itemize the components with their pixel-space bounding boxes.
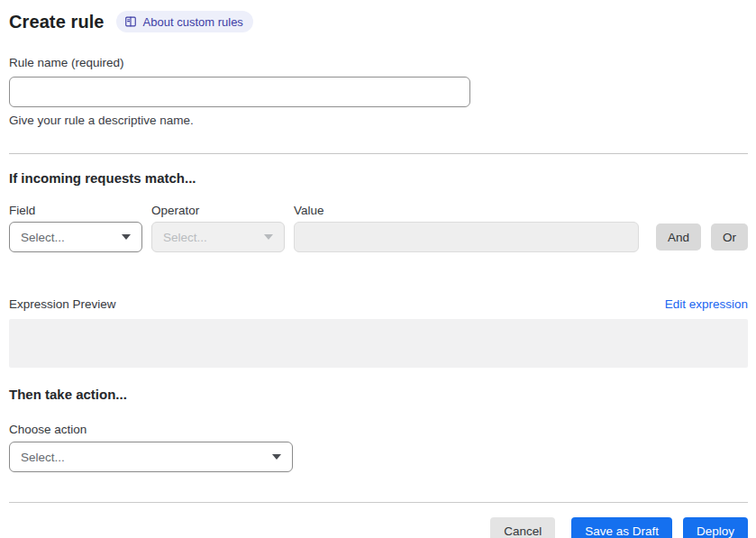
value-input (294, 222, 639, 252)
create-rule-form: Create rule About custom rules Rule name… (0, 0, 756, 538)
caret-down-icon (264, 234, 273, 240)
caret-down-icon (122, 234, 131, 240)
and-button[interactable]: And (656, 223, 701, 251)
header: Create rule About custom rules (9, 11, 748, 32)
caret-down-icon (272, 454, 281, 460)
expression-preview-row: Expression Preview Edit expression (9, 297, 748, 311)
field-select[interactable]: Select... (9, 222, 142, 252)
operator-select: Select... (151, 222, 285, 252)
action-section-heading: Then take action... (9, 387, 748, 402)
expression-preview-label: Expression Preview (9, 297, 116, 311)
expression-preview-box (9, 319, 748, 368)
edit-expression-link[interactable]: Edit expression (665, 297, 748, 311)
choose-action-select[interactable]: Select... (9, 442, 293, 472)
about-custom-rules-badge[interactable]: About custom rules (116, 11, 253, 32)
deploy-button[interactable]: Deploy (683, 517, 748, 538)
footer-divider (9, 502, 748, 503)
rule-name-label: Rule name (required) (9, 56, 124, 69)
section-divider (9, 153, 748, 154)
field-select-value: Select... (21, 231, 65, 244)
match-column-labels: Field Operator Value (9, 204, 748, 217)
match-section-heading: If incoming requests match... (9, 170, 748, 186)
save-as-draft-button[interactable]: Save as Draft (571, 517, 672, 538)
or-button[interactable]: Or (711, 223, 748, 251)
rule-name-input[interactable] (9, 77, 470, 107)
value-label: Value (294, 204, 324, 217)
field-label: Field (9, 204, 151, 217)
rule-name-helper: Give your rule a descriptive name. (9, 114, 748, 127)
match-controls-row: Select... Select... And Or (9, 222, 748, 252)
operator-select-value: Select... (163, 231, 207, 244)
about-badge-label: About custom rules (143, 16, 243, 28)
choose-action-label: Choose action (9, 423, 748, 436)
book-icon (124, 15, 137, 28)
cancel-button[interactable]: Cancel (490, 517, 555, 538)
page-title: Create rule (9, 12, 105, 32)
rule-name-group: Rule name (required) Give your rule a de… (9, 54, 748, 127)
choose-action-select-value: Select... (21, 451, 65, 464)
footer-actions: Cancel Save as Draft Deploy (9, 517, 748, 538)
operator-label: Operator (151, 204, 294, 217)
